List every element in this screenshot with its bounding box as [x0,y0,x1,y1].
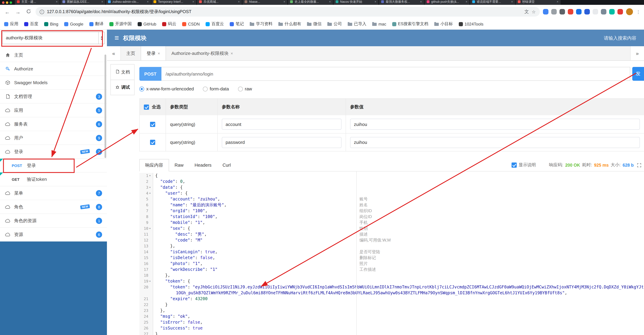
sidebar-item[interactable]: POST 登录 [0,159,107,172]
browser-tab[interactable]: 最强大微服务权... × [379,0,424,5]
sidebar-item[interactable]: 角色的资源 1 [0,214,107,228]
hamburger-icon[interactable]: ≡ [114,34,119,42]
browser-tab[interactable]: 秒味课堂 × [516,0,560,5]
tab-close-icon[interactable]: × [556,0,558,4]
sidebar-item[interactable]: Swagger Models [0,76,107,90]
param-name-input[interactable] [222,119,342,130]
sidebar-item[interactable]: 菜单 7 [0,186,107,200]
document-tab[interactable]: 主页 [121,46,141,60]
bookmark-item[interactable]: Google [64,22,83,26]
browser-tab[interactable]: 谁说前端不需要... × [470,0,515,5]
request-path-input[interactable]: /api/authority/anno/login [162,67,630,81]
google-extension-icon[interactable] [568,9,573,14]
response-body-editor[interactable]: 1▾{2 "code": 0,3▾ "data": {4▾ "user": {5… [139,172,644,335]
doc-nav-item[interactable]: 调试 [111,80,134,95]
tab-close-icon[interactable]: × [329,0,331,4]
bookmark-item[interactable]: 微信 [307,21,322,27]
bookmark-item[interactable]: 公司 [327,21,342,27]
browser-tab[interactable]: github push失败(&... × [424,0,470,5]
tab-close-icon[interactable]: × [511,0,513,4]
sidebar-item[interactable]: GET 验证token [0,172,107,186]
show-description-checkbox[interactable] [511,162,516,168]
sidebar-item[interactable]: 主页 [0,48,107,62]
response-tab[interactable]: Curl [217,160,236,170]
tab-close-icon[interactable]: × [466,0,468,4]
window-close-icon[interactable] [2,1,4,4]
response-tab[interactable]: Raw [169,160,189,170]
browser-tab[interactable]: 史上最全的微服... × [288,0,333,5]
module-select[interactable]: authority-权限模块 ▲▼ [2,32,105,44]
select-stepper-icon[interactable]: ▲▼ [98,32,104,44]
param-value-input[interactable] [350,137,640,148]
content-type-option[interactable]: raw [238,86,252,92]
tab-close-icon[interactable]: × [374,0,376,4]
forward-icon[interactable]: → [14,9,22,15]
browser-tab[interactable]: zuihou-admin-clo... × [106,0,151,5]
document-tab[interactable]: Authorize-authority-权限模块 × [166,46,238,60]
param-checkbox[interactable] [150,122,155,127]
browser-tab[interactable]: Nacos 快速开始 × [334,0,378,5]
bookmark-item[interactable]: Bing [44,22,58,26]
back-icon[interactable]: ← [4,9,11,15]
refresh-icon[interactable] [25,9,32,15]
tab-close-icon[interactable]: × [56,0,58,4]
bookmark-item[interactable]: mac [372,22,386,26]
response-tab[interactable]: Headers [189,160,217,170]
shield-extension-icon[interactable] [601,9,606,14]
browser-tab[interactable]: hbase... × [242,0,287,5]
bookmark-item[interactable]: 应用 [4,21,18,27]
content-type-option[interactable]: form-data [203,86,229,92]
tabs-scroll-right-icon[interactable]: » [630,46,644,60]
bookmark-item[interactable]: 已导入 [348,21,366,27]
header-search-input[interactable] [571,35,636,40]
sidebar-item[interactable]: 文档管理 3 [0,90,107,104]
bookmark-item[interactable]: 笔记 [230,21,244,27]
info-extension-icon[interactable] [551,9,557,14]
dark-extension-icon[interactable] [560,9,565,14]
page-info-icon[interactable]: i [40,10,44,14]
radio-icon[interactable] [139,86,144,91]
bookmark-item[interactable]: 小目标 [434,21,453,27]
content-type-option[interactable]: x-www-form-urlencoded [139,86,194,92]
param-value-input[interactable] [350,119,640,130]
bookmark-item[interactable]: 码云 [162,21,176,27]
address-bar[interactable]: i 127.0.0.1:8760/api/gate/doc.html#/auth… [36,7,540,16]
sidebar-item[interactable]: 应用 5 [0,104,107,117]
bookmark-item[interactable]: 1024Tools [459,22,484,26]
browser-tab[interactable]: 图解温故J2EE... × [60,0,105,5]
radio-icon[interactable] [203,86,208,91]
browser-tab[interactable]: 主页 - 建... × [15,0,60,5]
chrome-menu-icon[interactable]: ⋮ [636,9,640,14]
profile-avatar[interactable] [626,8,633,15]
sidebar-item[interactable]: 服务表 6 [0,117,107,131]
bookmark-item[interactable]: 开源中国 [109,21,132,27]
blue-circle-extension-icon[interactable] [576,9,582,14]
red-extension-icon[interactable] [618,9,623,14]
browser-tab[interactable]: Temporary Interf... × [152,0,196,5]
param-checkbox[interactable] [150,140,155,145]
tab-close-icon[interactable]: × [283,0,285,4]
sidebar-item[interactable]: Authorize [0,62,107,76]
tab-close-icon[interactable]: × [158,51,160,56]
tab-close-icon[interactable]: × [101,0,103,4]
url-text[interactable]: 127.0.0.1:8760/api/gate/doc.html#/author… [47,9,522,15]
bookmark-item[interactable]: 学习资料 [250,21,272,27]
bookmark-item[interactable]: 什么都有 [278,21,301,27]
tab-close-icon[interactable]: × [192,0,194,4]
bookmark-item[interactable]: 百度云 [206,21,224,27]
param-name-input[interactable] [222,137,342,148]
grid-extension-icon[interactable] [543,9,548,14]
sidebar-item[interactable]: 登录 NEW 2 [0,145,107,159]
select-all-checkbox[interactable] [144,104,149,110]
bookmark-item[interactable]: 翻译 [89,21,103,27]
bookmark-item[interactable]: GitHub [138,22,156,26]
teal-extension-icon[interactable] [609,9,615,14]
bookmark-item[interactable]: 百度 [24,21,38,27]
sidebar-item[interactable]: 用户 9 [0,131,107,145]
window-zoom-icon[interactable] [10,1,12,4]
sidebar-item[interactable]: 角色 NEW 8 [0,200,107,214]
tab-close-icon[interactable]: × [238,0,240,4]
document-tab[interactable]: 登录 × [141,46,166,60]
json-extension-icon[interactable] [584,9,590,14]
bookmark-item[interactable]: ES搜索引擎文档 [392,21,428,27]
